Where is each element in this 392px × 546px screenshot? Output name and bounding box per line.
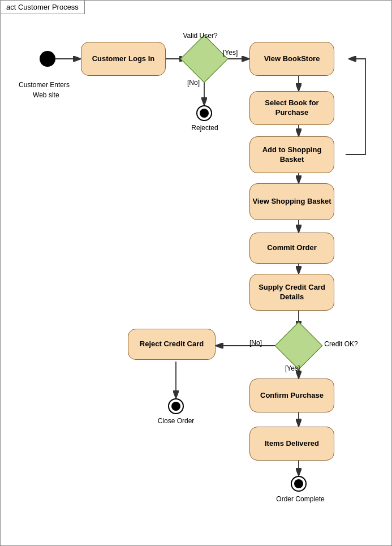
rejected-label: Rejected <box>179 124 230 132</box>
activity-items-delivered: Items Delivered <box>249 427 334 461</box>
activity-view-bookstore: View BookStore <box>249 42 334 76</box>
no-label-2: [No] <box>249 339 262 347</box>
yes-label-2: [Yes] <box>285 364 300 372</box>
activity-reject-credit-card: Reject Credit Card <box>128 329 216 360</box>
final-node-rejected <box>196 105 212 121</box>
credit-ok-label: Credit OK? <box>318 340 364 348</box>
activity-add-basket: Add to Shopping Basket <box>249 136 334 173</box>
initial-node <box>40 51 55 67</box>
yes-label-1: [Yes] <box>223 49 238 57</box>
valid-user-label: Valid User? <box>178 32 223 40</box>
diagram-container: act Customer Process <box>0 0 392 546</box>
diamond-valid-user <box>180 35 229 83</box>
final-node-close-order <box>168 398 184 414</box>
customer-enters-label: Customer Enters Web site <box>13 80 75 100</box>
activity-commit-order: Commit Order <box>249 233 334 264</box>
diagram-title: act Customer Process <box>1 1 85 14</box>
activity-customer-logs-in: Customer Logs In <box>81 42 166 76</box>
final-node-order-complete <box>291 476 307 492</box>
activity-select-book: Select Book for Purchase <box>249 91 334 125</box>
activity-confirm-purchase: Confirm Purchase <box>249 379 334 412</box>
activity-supply-credit-card: Supply Credit Card Details <box>249 274 334 311</box>
close-order-label: Close Order <box>150 417 201 425</box>
activity-view-basket: View Shopping Basket <box>249 183 334 220</box>
no-label-1: [No] <box>187 79 200 87</box>
order-complete-label: Order Complete <box>269 495 331 503</box>
diamond-credit-ok <box>275 322 323 370</box>
